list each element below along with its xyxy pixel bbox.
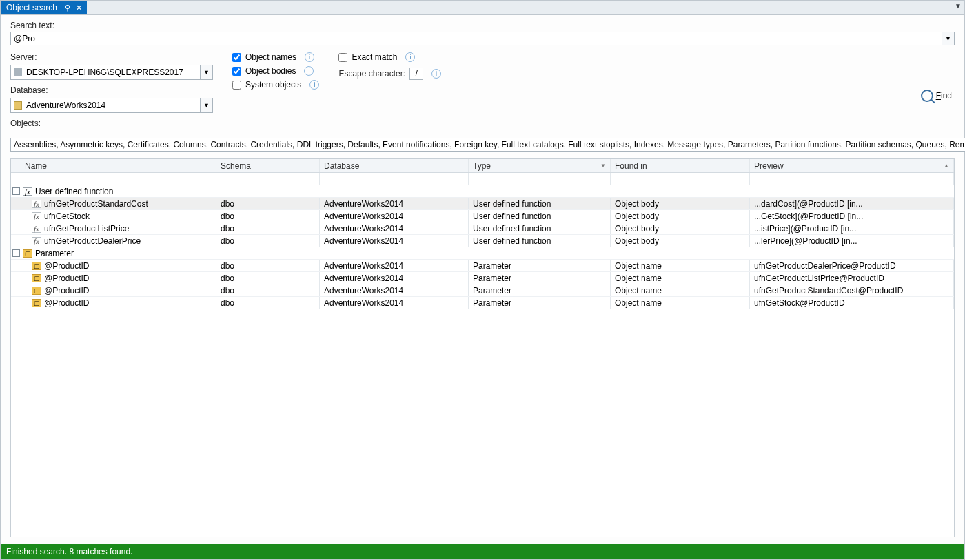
group-label: Parameter bbox=[35, 249, 74, 258]
close-icon[interactable]: ✕ bbox=[74, 3, 83, 12]
info-icon[interactable]: i bbox=[304, 66, 314, 76]
table-row[interactable]: ▢@ProductIDdboAdventureWorks2014Paramete… bbox=[11, 260, 954, 272]
grid-filter-row[interactable] bbox=[11, 173, 954, 185]
search-input[interactable] bbox=[10, 32, 942, 45]
col-found-in[interactable]: Found in bbox=[611, 159, 750, 172]
col-schema[interactable]: Schema bbox=[216, 159, 320, 172]
search-dropdown-icon[interactable]: ▼ bbox=[942, 32, 955, 45]
results-grid: Name Schema Database Type▼ Found in Prev… bbox=[10, 158, 955, 537]
info-icon[interactable]: i bbox=[405, 52, 415, 62]
object-names-checkbox[interactable]: Object names i bbox=[232, 52, 319, 62]
sort-icon: ▲ bbox=[944, 163, 949, 169]
exact-match-checkbox[interactable]: Exact match i bbox=[338, 52, 441, 62]
objects-label: Objects: bbox=[10, 118, 955, 128]
table-row[interactable]: ▢@ProductIDdboAdventureWorks2014Paramete… bbox=[11, 297, 954, 309]
table-row[interactable]: fxufnGetProductStandardCostdboAdventureW… bbox=[11, 198, 954, 210]
server-icon bbox=[14, 68, 22, 76]
function-icon: fx bbox=[32, 225, 41, 233]
parameter-icon: ▢ bbox=[32, 274, 41, 282]
server-label: Server: bbox=[10, 52, 213, 62]
table-row[interactable]: fxufnGetProductListPricedboAdventureWork… bbox=[11, 222, 954, 235]
group-row[interactable]: −fxUser defined function bbox=[11, 185, 954, 198]
search-text-label: Search text: bbox=[10, 21, 955, 30]
table-row[interactable]: ▢@ProductIDdboAdventureWorks2014Paramete… bbox=[11, 272, 954, 284]
find-button[interactable]: Find bbox=[918, 88, 955, 103]
group-label: User defined function bbox=[35, 187, 113, 196]
info-icon[interactable]: i bbox=[431, 69, 441, 79]
server-dropdown-icon[interactable]: ▼ bbox=[201, 65, 213, 80]
tab-title: Object search bbox=[6, 3, 57, 12]
status-text: Finished search. 8 matches found. bbox=[6, 547, 132, 557]
system-objects-checkbox[interactable]: System objects i bbox=[232, 80, 319, 90]
col-database[interactable]: Database bbox=[320, 159, 469, 172]
function-icon: fx bbox=[32, 237, 41, 245]
pin-icon[interactable]: ⚲ bbox=[63, 3, 72, 12]
escape-input[interactable] bbox=[409, 68, 423, 80]
server-value: DESKTOP-LPEHN6G\SQLEXPRESS2017 bbox=[26, 68, 183, 77]
search-form: Search text: ▼ Server: DESKTOP-LPEHN6G\S… bbox=[1, 15, 964, 157]
info-icon[interactable]: i bbox=[309, 80, 319, 90]
tab-bar: Object search ⚲ ✕ ▼ bbox=[1, 1, 964, 15]
server-combo[interactable]: DESKTOP-LPEHN6G\SQLEXPRESS2017 bbox=[10, 65, 201, 80]
sort-icon: ▼ bbox=[600, 163, 606, 169]
collapse-icon[interactable]: − bbox=[12, 187, 20, 195]
search-icon bbox=[921, 90, 933, 102]
group-row[interactable]: −▢Parameter bbox=[11, 247, 954, 260]
function-icon: fx bbox=[23, 187, 32, 196]
tabbar-dropdown-icon[interactable]: ▼ bbox=[955, 2, 962, 10]
status-bar: Finished search. 8 matches found. bbox=[1, 544, 964, 559]
col-name[interactable]: Name bbox=[11, 159, 216, 172]
col-preview[interactable]: Preview▲ bbox=[750, 159, 954, 172]
parameter-icon: ▢ bbox=[32, 262, 41, 270]
parameter-icon: ▢ bbox=[32, 299, 41, 307]
database-combo[interactable]: AdventureWorks2014 bbox=[10, 98, 201, 113]
tab-object-search[interactable]: Object search ⚲ ✕ bbox=[1, 1, 87, 14]
database-icon bbox=[14, 101, 22, 110]
table-row[interactable]: ▢@ProductIDdboAdventureWorks2014Paramete… bbox=[11, 284, 954, 297]
parameter-icon: ▢ bbox=[32, 287, 41, 295]
grid-header: Name Schema Database Type▼ Found in Prev… bbox=[11, 159, 954, 173]
col-type[interactable]: Type▼ bbox=[469, 159, 611, 172]
object-bodies-checkbox[interactable]: Object bodies i bbox=[232, 66, 319, 76]
objects-filter-input[interactable]: Assemblies, Asymmetric keys, Certificate… bbox=[10, 138, 965, 152]
database-value: AdventureWorks2014 bbox=[26, 101, 105, 110]
database-label: Database: bbox=[10, 85, 213, 95]
function-icon: fx bbox=[32, 200, 41, 208]
parameter-icon: ▢ bbox=[23, 249, 32, 258]
collapse-icon[interactable]: − bbox=[12, 249, 20, 257]
escape-label: Escape character: bbox=[338, 69, 405, 79]
database-dropdown-icon[interactable]: ▼ bbox=[201, 98, 213, 113]
function-icon: fx bbox=[32, 212, 41, 220]
info-icon[interactable]: i bbox=[305, 52, 314, 62]
grid-body: −fxUser defined functionfxufnGetProductS… bbox=[11, 185, 954, 309]
table-row[interactable]: fxufnGetProductDealerPricedboAdventureWo… bbox=[11, 235, 954, 247]
table-row[interactable]: fxufnGetStockdboAdventureWorks2014User d… bbox=[11, 210, 954, 222]
